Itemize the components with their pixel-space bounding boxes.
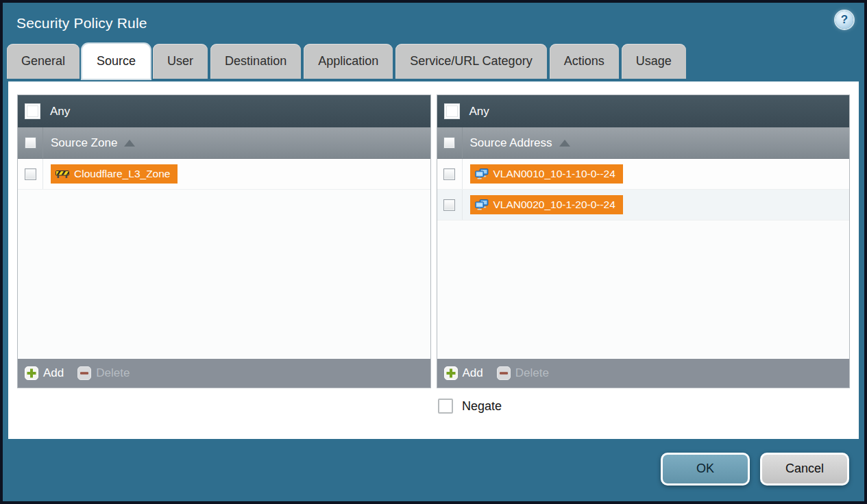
header-checkbox-cell	[437, 127, 463, 158]
ok-button[interactable]: OK	[661, 453, 750, 486]
source-zone-item[interactable]: Cloudflare_L3_Zone	[51, 164, 178, 184]
address-icon	[475, 168, 489, 179]
header-checkbox-cell	[18, 127, 43, 158]
sort-ascending-icon	[559, 140, 570, 147]
source-zone-list: Cloudflare_L3_Zone	[18, 159, 430, 359]
table-row: VLAN0020_10-1-20-0--24	[437, 190, 850, 220]
source-zone-any-row: Any	[18, 95, 430, 127]
tab-user[interactable]: User	[153, 44, 208, 79]
help-icon[interactable]: ?	[835, 11, 853, 29]
tab-application[interactable]: Application	[304, 44, 393, 79]
add-icon	[444, 366, 458, 380]
add-label: Add	[463, 366, 483, 380]
source-address-delete-button[interactable]: Delete	[497, 366, 549, 380]
negate-checkbox[interactable]	[438, 399, 453, 414]
source-zone-delete-button[interactable]: Delete	[77, 366, 130, 380]
tab-usage[interactable]: Usage	[622, 44, 686, 79]
source-address-item[interactable]: VLAN0020_10-1-20-0--24	[470, 195, 623, 214]
dialog-title: Security Policy Rule	[16, 15, 147, 32]
tab-source[interactable]: Source	[82, 44, 150, 79]
zone-icon	[56, 169, 69, 179]
delete-icon	[497, 366, 511, 380]
source-zone-column-header[interactable]: Source Zone	[18, 127, 430, 159]
source-address-item[interactable]: VLAN0010_10-1-10-0--24	[470, 164, 623, 184]
source-address-column-label: Source Address	[470, 136, 570, 150]
add-icon	[25, 366, 38, 380]
row-checkbox-cell	[18, 159, 43, 189]
sort-ascending-icon	[124, 140, 135, 147]
source-address-any-checkbox[interactable]	[444, 103, 460, 119]
source-address-column-text: Source Address	[470, 136, 552, 150]
table-row: VLAN0010_10-1-10-0--24	[437, 159, 850, 190]
title-bar: Security Policy Rule ?	[3, 3, 864, 44]
source-address-column-header[interactable]: Source Address	[437, 127, 850, 159]
tab-general[interactable]: General	[7, 44, 80, 79]
row-checkbox-cell	[437, 190, 463, 220]
security-policy-rule-dialog: Security Policy Rule ? General Source Us…	[0, 0, 867, 504]
cancel-button[interactable]: Cancel	[760, 453, 849, 486]
source-address-add-button[interactable]: Add	[444, 366, 483, 380]
source-zone-select-all-checkbox[interactable]	[25, 137, 36, 149]
source-zone-footer: Add Delete	[18, 359, 430, 388]
tab-destination[interactable]: Destination	[210, 44, 301, 79]
source-address-footer: Add Delete	[437, 359, 850, 388]
delete-label: Delete	[515, 366, 549, 380]
source-zone-item-label: Cloudflare_L3_Zone	[74, 168, 170, 180]
source-zone-panel: Any Source Zone	[17, 94, 431, 388]
dialog-button-bar: OK Cancel	[3, 436, 864, 501]
delete-label: Delete	[96, 366, 130, 380]
source-zone-row-checkbox[interactable]	[25, 168, 36, 180]
source-zone-any-label: Any	[50, 105, 70, 118]
source-address-item-label: VLAN0010_10-1-10-0--24	[493, 168, 615, 180]
row-checkbox-cell	[437, 159, 463, 189]
tab-content-source: Any Source Zone	[8, 81, 859, 439]
negate-row: Negate	[438, 399, 859, 414]
add-label: Add	[43, 366, 64, 380]
address-icon	[475, 199, 489, 210]
source-zone-column-text: Source Zone	[51, 136, 117, 150]
delete-icon	[77, 366, 91, 380]
tab-bar: General Source User Destination Applicat…	[3, 44, 864, 79]
source-zone-column-label: Source Zone	[51, 136, 135, 150]
table-row: Cloudflare_L3_Zone	[18, 159, 430, 190]
source-address-item-label: VLAN0020_10-1-20-0--24	[493, 199, 615, 211]
source-address-select-all-checkbox[interactable]	[443, 137, 455, 149]
source-address-any-label: Any	[469, 105, 489, 118]
negate-label: Negate	[462, 399, 502, 414]
source-address-row-checkbox[interactable]	[443, 199, 455, 211]
source-address-panel: Any Source Address	[437, 94, 851, 388]
source-address-list: VLAN0010_10-1-10-0--24	[437, 159, 850, 359]
tab-actions[interactable]: Actions	[550, 44, 619, 79]
source-address-any-row: Any	[437, 95, 850, 127]
source-zone-any-checkbox[interactable]	[25, 103, 40, 119]
panels-container: Any Source Zone	[8, 81, 859, 388]
source-zone-add-button[interactable]: Add	[25, 366, 64, 380]
tab-service-url-category[interactable]: Service/URL Category	[395, 44, 546, 79]
source-address-row-checkbox[interactable]	[443, 168, 455, 180]
